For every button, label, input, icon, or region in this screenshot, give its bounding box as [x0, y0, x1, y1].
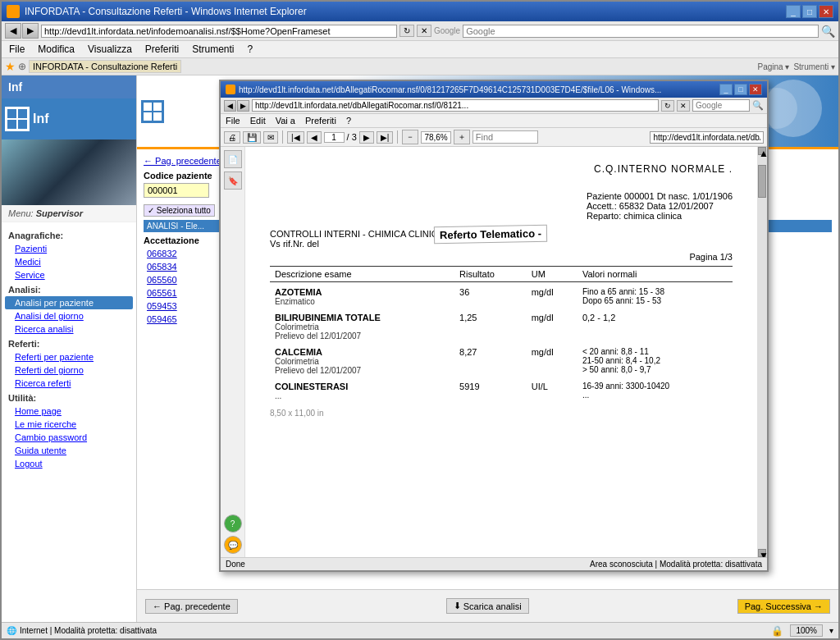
sidebar-item-mie-ricerche[interactable]: Le mie ricerche [2, 418, 136, 431]
google-label: Google [434, 26, 460, 35]
popup-green-button[interactable]: ? [224, 514, 242, 533]
colin-result: 5919 [454, 377, 527, 402]
colin-name: COLINESTERASI [275, 382, 450, 391]
popup-left-toolbar: 📄 🔖 ? 💬 [221, 147, 245, 557]
inf-logo-text: Inf [33, 112, 49, 126]
outer-win-controls: _ □ ✕ [786, 5, 833, 18]
sidebar-item-service[interactable]: Service [2, 268, 136, 281]
popup-scrollbar[interactable]: ▲ ▼ [757, 147, 767, 557]
sidebar-item-cambio-password[interactable]: Cambio password [2, 431, 136, 444]
scrollbar-thumb[interactable] [758, 165, 766, 198]
sidebar-item-pazienti[interactable]: Pazienti [2, 242, 136, 255]
popup-prev-page-button[interactable]: ◀ [307, 131, 322, 144]
sidebar-item-analisi-per-paziente[interactable]: Analisi per paziente [5, 296, 133, 309]
go-button[interactable]: ↻ [399, 25, 414, 37]
codice-paziente-input[interactable] [144, 183, 209, 198]
popup-forward-button[interactable]: ▶ [237, 100, 249, 112]
popup-next-page-button[interactable]: ▶ [359, 131, 374, 144]
popup-menu-preferiti[interactable]: Preferiti [304, 115, 338, 126]
status-left-group: 🌐 Internet | Modalità protetta: disattiv… [7, 626, 157, 635]
col-descrizione: Descrizione esame [270, 267, 454, 282]
sidebar-item-ricerca-analisi[interactable]: Ricerca analisi [2, 322, 136, 336]
popup-zoom-in-button[interactable]: ＋ [454, 130, 470, 144]
popup-print-button[interactable]: 🖨 [224, 131, 240, 144]
popup-pdf-toolbar: 🖨 💾 ✉ |◀ ◀ / 3 ▶ ▶| － 78,6% [221, 128, 767, 147]
favorites-star-icon: ★ [5, 60, 16, 73]
popup-menu-help[interactable]: ? [345, 115, 353, 126]
sidebar-item-guida-utente[interactable]: Guida utente [2, 444, 136, 457]
scarica-analisi-button[interactable]: ⬇ Scarica analisi [446, 598, 529, 614]
popup-page-input[interactable] [324, 132, 345, 143]
separator-1 [282, 130, 283, 144]
stop-button[interactable]: ✕ [417, 25, 431, 37]
sidebar-item-logout[interactable]: Logout [2, 457, 136, 470]
close-button[interactable]: ✕ [819, 5, 833, 18]
scrollbar-down-arrow[interactable]: ▼ [758, 549, 766, 557]
popup-toolbar-address[interactable] [650, 131, 764, 144]
outer-address-input[interactable] [41, 25, 397, 38]
menu-visualizza[interactable]: Visualizza [85, 43, 135, 56]
doc-title-line1: CONTROLLI INTERNI - CHIMICA CLINICA [270, 229, 444, 239]
popup-save-button[interactable]: 💾 [243, 131, 261, 144]
popup-first-page-button[interactable]: |◀ [287, 131, 304, 144]
popup-title-text: http://devd1lt.infordata.net/dbAllegatiR… [239, 85, 661, 94]
sidebar-item-referti-per-paziente[interactable]: Referti per paziente [2, 350, 136, 363]
popup-orange-button[interactable]: 💬 [224, 536, 242, 554]
strumenti-dropdown[interactable]: Strumenti ▾ [793, 62, 835, 71]
popup-win-controls: _ □ ✕ [719, 84, 762, 95]
popup-restore-button[interactable]: □ [734, 84, 747, 95]
cq-line: C.Q.INTERNO NORMALE . [270, 163, 733, 175]
bottom-pag-successiva-button[interactable]: Pag. Successiva → [737, 599, 830, 614]
zoom-dropdown-icon[interactable]: ▾ [829, 626, 833, 635]
popup-last-page-button[interactable]: ▶| [377, 131, 394, 144]
back-button[interactable]: ◀ [5, 23, 21, 39]
patient-accett: Accett.: 65832 Data 12/01/2007 [587, 201, 733, 211]
pagina-dropdown[interactable]: Pagina ▾ [758, 62, 790, 71]
popup-search-icon[interactable]: 🔍 [752, 100, 764, 111]
sidebar-item-medici[interactable]: Medici [2, 255, 136, 268]
popup-back-button[interactable]: ◀ [224, 100, 236, 112]
bottom-pag-precedente-button[interactable]: ← Pag. precedente [145, 599, 238, 614]
sidebar-item-home-page[interactable]: Home page [2, 405, 136, 418]
scrollbar-up-arrow[interactable]: ▲ [758, 147, 766, 155]
menu-modifica[interactable]: Modifica [35, 43, 77, 56]
popup-address-input[interactable] [252, 99, 659, 112]
restore-button[interactable]: □ [802, 5, 817, 18]
popup-zoom-out-button[interactable]: － [402, 130, 418, 144]
popup-email-button[interactable]: ✉ [263, 131, 278, 144]
forward-button[interactable]: ▶ [22, 23, 39, 39]
pag-precedente-link[interactable]: ← Pag. precedente [144, 156, 221, 166]
col-valori: Valori normali [578, 267, 733, 282]
menu-file[interactable]: File [7, 43, 27, 56]
infordata-logo-text: Inf [8, 80, 22, 94]
popup-menu-vai[interactable]: Vai a [274, 115, 297, 126]
table-row-calcemia: CALCEMIAColorimetria Prelievo del 12/01/… [270, 342, 733, 377]
search-icon[interactable]: 🔍 [821, 25, 835, 38]
popup-bookmark-icon[interactable]: 🔖 [224, 171, 242, 190]
sidebar-item-referti-del-giorno[interactable]: Referti del giorno [2, 363, 136, 377]
sidebar-item-analisi-del-giorno[interactable]: Analisi del giorno [2, 309, 136, 322]
popup-stop-button[interactable]: ✕ [677, 100, 690, 112]
calc-normal: < 20 anni: 8,8 - 11 21-50 anni: 8,4 - 10… [578, 342, 733, 377]
minimize-button[interactable]: _ [786, 5, 801, 18]
sidebar-item-ricerca-referti[interactable]: Ricerca referti [2, 377, 136, 390]
popup-document-area[interactable]: C.Q.INTERNO NORMALE . Paziente 000001 Dt… [245, 147, 757, 557]
popup-menu-edit[interactable]: Edit [249, 115, 267, 126]
menu-preferiti[interactable]: Preferiti [143, 43, 181, 56]
section-referti: Referti: [2, 336, 136, 350]
google-search-input[interactable] [463, 25, 819, 38]
seleziona-tutto-button[interactable]: ✓ Seleziona tutto [144, 204, 215, 217]
popup-google-input[interactable] [692, 99, 750, 112]
menu-help[interactable]: ? [245, 43, 256, 56]
header-grid-icon [141, 100, 164, 123]
popup-find-input[interactable] [472, 130, 538, 144]
bili-um: mg/dl [527, 308, 578, 342]
doc-size-label: 8,50 x 11,00 in [270, 409, 733, 418]
popup-refresh-button[interactable]: ↻ [661, 100, 674, 112]
popup-minimize-button[interactable]: _ [719, 84, 733, 95]
popup-page-icon[interactable]: 📄 [224, 150, 242, 168]
menu-supervisor-label: Menu: Supervisor [2, 205, 136, 222]
popup-close-button[interactable]: ✕ [749, 84, 762, 95]
popup-menu-file[interactable]: File [224, 115, 242, 126]
menu-strumenti[interactable]: Strumenti [189, 43, 236, 56]
